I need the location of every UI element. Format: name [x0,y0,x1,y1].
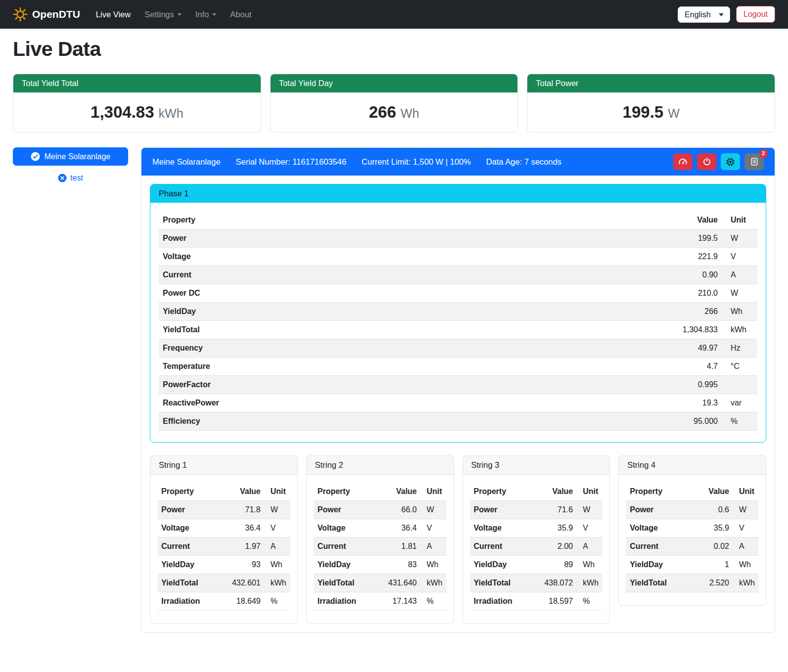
cell-unit: kWh [722,321,757,339]
cell-unit: A [577,538,603,556]
cell-unit: V [577,519,603,538]
nav-item-label: Info [195,10,209,19]
card-unit: kWh [159,106,184,120]
cell-value: 438.072 [539,574,577,592]
column-header-value: Value [643,211,722,229]
navbar-right: English Logout [678,6,775,23]
cell-property: YieldDay [159,303,643,321]
speedometer-icon [678,157,688,167]
column-header-property: Property [314,483,383,501]
cell-unit: W [733,501,759,519]
page-container: Live Data Total Yield Total 1,304.83kWh … [0,38,788,648]
cell-property: Power [157,501,227,519]
limit-settings-button[interactable] [673,153,693,170]
cell-property: Power [626,501,695,519]
table-row: Current0.02A [626,538,759,556]
cell-value: 35.9 [539,519,577,538]
nav-item-live-view[interactable]: Live View [89,6,138,23]
cell-property: Power [314,501,383,519]
cell-value: 0.6 [695,501,733,519]
cell-unit: kWh [421,574,447,592]
table-row: Irradiation18.649% [157,592,290,611]
cell-property: Current [314,538,383,556]
logout-button[interactable]: Logout [736,6,775,23]
cell-value: 432.601 [227,574,265,592]
nav-item-about[interactable]: About [223,6,258,23]
table-row: Current0.90A [159,266,757,284]
chevron-down-icon [178,13,182,16]
cell-value: 0.995 [643,376,722,394]
table-row: Temperature4.7°C [159,358,757,376]
inverter-name: Meine Solaranlage [152,157,221,167]
cell-value: 18.649 [227,592,265,611]
cell-unit: V [733,519,759,538]
inverter-limit: Current Limit: 1,500 W | 100% [362,157,471,167]
power-toggle-button[interactable] [697,153,716,170]
language-select[interactable]: English [678,6,730,23]
content-row: Meine Solaranlage test Meine Solaranlage… [13,147,775,633]
cell-unit: % [265,592,290,611]
cell-unit: A [722,266,757,284]
cell-property: Voltage [470,519,540,538]
brand-link[interactable]: OpenDTU [13,7,80,22]
page-title: Live Data [13,38,775,61]
phase-card: Phase 1 Property Value Unit Power199.5WV… [150,184,766,443]
cell-value: 18.597 [539,592,577,611]
column-header-value: Value [539,483,577,501]
cell-value: 1.81 [383,538,421,556]
column-header-property: Property [157,483,227,501]
cell-property: Current [470,538,540,556]
table-row: YieldDay1Wh [626,556,759,574]
nav-item-label: Settings [144,10,174,19]
cell-value: 89 [539,556,577,574]
device-info-button[interactable] [721,153,740,170]
string-title: String 3 [463,456,610,475]
table-header-row: Property Value Unit [159,211,757,229]
string-2-card: String 2 Property Value Unit [306,455,454,624]
table-row: Power71.6W [470,501,603,519]
string-body: Property Value Unit Power66.0WVoltage36.… [307,475,454,624]
card-unit: W [668,106,680,120]
table-row: Power66.0W [314,501,447,519]
string-table: Property Value Unit Power66.0WVoltage36.… [314,483,447,611]
table-row: Power DC210.0W [159,284,757,303]
inverter-select-button[interactable]: Meine Solaranlage [13,147,128,166]
card-title: Total Yield Total [13,74,261,92]
inverter-test-label: test [70,174,83,182]
string-title: String 1 [150,456,297,475]
event-log-button[interactable]: 2 [744,153,764,170]
chevron-down-icon [212,13,216,16]
cell-value: 19.3 [643,394,722,412]
table-row: YieldTotal438.072kWh [470,574,603,592]
cell-value: 83 [383,556,421,574]
cell-property: Frequency [159,339,643,358]
table-row: YieldTotal431.640kWh [314,574,447,592]
strings-row: String 1 Property Value Unit [150,455,766,624]
table-row: Current1.81A [314,538,447,556]
cell-unit: V [722,248,757,266]
inverter-test-button[interactable]: test [13,174,128,182]
cell-value: 71.8 [227,501,265,519]
column-header-value: Value [695,483,733,501]
cell-unit: % [722,412,757,431]
inverter-panel: Meine Solaranlage Serial Number: 1161716… [141,147,775,633]
table-row: Irradiation17.143% [314,592,447,611]
cell-unit: % [577,592,603,611]
nav-item-info[interactable]: Info [188,6,224,23]
cell-value: 1 [695,556,733,574]
cell-unit: V [265,519,290,538]
cell-property: ReactivePower [159,394,643,412]
cell-unit: Wh [733,556,759,574]
cell-unit: W [421,501,447,519]
column-header-unit: Unit [722,211,757,229]
string-table: Property Value Unit Power71.6WVoltage35.… [470,483,603,611]
table-header-row: Property Value Unit [157,483,290,501]
column-header-unit: Unit [265,483,290,501]
table-row: YieldTotal2.520kWh [626,574,759,592]
cell-property: YieldDay [626,556,695,574]
cell-value: 1,304.833 [643,321,722,339]
x-circle-icon [58,174,67,182]
nav-item-settings[interactable]: Settings [138,6,188,23]
panel-icon-buttons: 2 [673,153,764,170]
table-row: Power199.5W [159,229,757,248]
